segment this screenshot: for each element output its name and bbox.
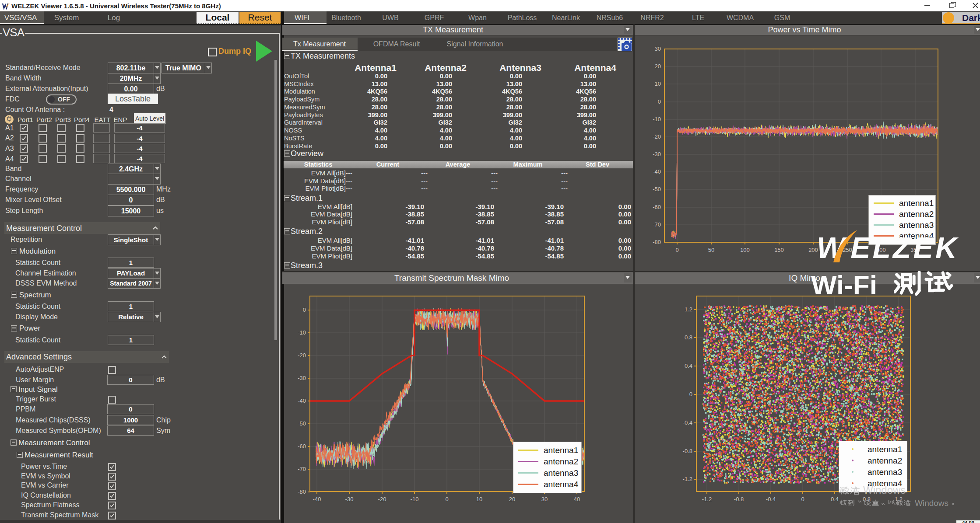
svg-text:0.8: 0.8 (685, 334, 692, 341)
svg-text:1.2: 1.2 (685, 306, 692, 313)
svg-text:-60: -60 (298, 443, 306, 450)
svg-text:-50: -50 (653, 186, 661, 192)
svg-text:-30: -30 (298, 375, 306, 381)
svg-text:30: 30 (655, 45, 661, 52)
svg-text:-1.2: -1.2 (683, 476, 692, 482)
svg-text:50: 50 (708, 247, 714, 253)
svg-text:0: 0 (658, 98, 661, 105)
svg-text:-20: -20 (298, 352, 306, 359)
svg-text:-40: -40 (653, 168, 661, 175)
svg-text:0: 0 (675, 247, 678, 253)
svg-text:-80: -80 (298, 488, 306, 495)
svg-text:30: 30 (541, 496, 548, 502)
svg-text:-10: -10 (411, 496, 419, 502)
svg-text:150: 150 (774, 247, 784, 253)
svg-text:-70: -70 (298, 466, 306, 472)
svg-text:-0.8: -0.8 (734, 496, 744, 502)
svg-text:100: 100 (740, 247, 750, 253)
svg-text:-1.2: -1.2 (702, 496, 712, 502)
svg-text:0.4: 0.4 (685, 363, 692, 369)
svg-text:-10: -10 (653, 116, 661, 122)
svg-text:-40: -40 (298, 397, 306, 404)
svg-text:-0.8: -0.8 (683, 448, 692, 454)
svg-text:-40: -40 (313, 496, 321, 502)
svg-text:0: 0 (689, 391, 692, 397)
svg-text:0.4: 0.4 (831, 496, 839, 502)
svg-text:-10: -10 (298, 329, 306, 336)
svg-text:20: 20 (655, 63, 661, 70)
svg-text:20: 20 (509, 496, 515, 502)
svg-text:0: 0 (801, 496, 804, 502)
svg-text:0: 0 (303, 307, 306, 313)
svg-text:40: 40 (574, 496, 580, 502)
svg-text:10: 10 (476, 496, 482, 502)
svg-text:-70: -70 (653, 221, 661, 228)
svg-text:0: 0 (445, 496, 448, 502)
svg-text:-80: -80 (653, 239, 661, 245)
svg-text:-0.4: -0.4 (766, 496, 776, 502)
svg-text:-0.4: -0.4 (683, 419, 692, 426)
svg-text:-30: -30 (653, 151, 661, 157)
svg-text:10: 10 (655, 80, 661, 87)
svg-text:-20: -20 (653, 133, 661, 140)
svg-text:-60: -60 (653, 204, 661, 210)
svg-text:-30: -30 (345, 496, 354, 502)
svg-text:-20: -20 (378, 496, 386, 502)
svg-text:-50: -50 (298, 420, 306, 427)
